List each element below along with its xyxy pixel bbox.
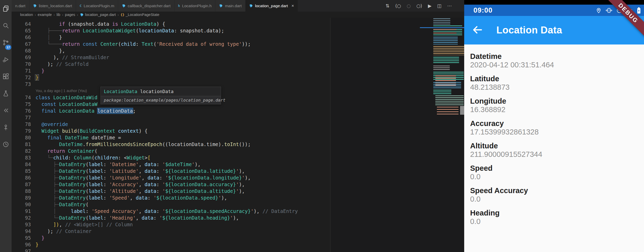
code-line-79[interactable]: 79 Widget build(BuildContext context) { <box>12 128 330 134</box>
code-line-78[interactable]: 78 @override <box>12 121 330 128</box>
search-icon[interactable] <box>0 17 12 34</box>
history-clock-icon[interactable] <box>0 136 12 153</box>
code-line-86[interactable]: 86 ├─DataEntry(label: 'Longitude', data:… <box>12 174 330 181</box>
line-text: } <box>36 235 44 241</box>
code-line-96[interactable]: 96} <box>12 241 330 248</box>
tab-LocationPlugin.h[interactable]: hLocationPlugin.h <box>174 0 215 12</box>
entry-value: 2020-04-12 00:31:51.464 <box>470 61 644 69</box>
line-text: ├────return LocationDataWidget(locationD… <box>36 28 224 33</box>
double-chevron-icon[interactable] <box>0 102 12 119</box>
scrollbar-handle[interactable] <box>460 106 464 115</box>
breadcrumb-item-location[interactable]: location <box>20 13 33 17</box>
more-actions-icon[interactable]: ⋯ <box>447 4 452 8</box>
code-line-88[interactable]: 88 ├─DataEntry(label: 'Altitude', data: … <box>12 188 330 194</box>
code-line-87[interactable]: 87 ├─DataEntry(label: 'Accuracy', data: … <box>12 181 330 188</box>
code-editor[interactable]: 64 if (snapshot.data is LocationData) {6… <box>12 18 464 252</box>
line-text: class LocationDataWid <box>36 95 97 100</box>
line-text: ]), // <Widget>[] // Column <box>36 222 133 227</box>
nav-back-icon[interactable]: ⟨○ <box>395 4 401 8</box>
blame-text: You, a day ago | 1 author (You) <box>36 89 87 93</box>
testing-flask-icon[interactable] <box>0 85 12 102</box>
code-line-71[interactable]: 71 } <box>12 67 330 74</box>
code-line-69[interactable]: 69 ), // StreamBuilder <box>12 54 330 61</box>
data-entry-Datetime: Datetime2020-04-12 00:31:51.464 <box>470 52 644 69</box>
code-line-76[interactable]: 76 final LocationData locationData; <box>12 107 330 114</box>
line-number: 87 <box>12 182 31 187</box>
code-line-91[interactable]: 91 │ label: 'Speed Accuracy', data: '${l… <box>12 208 330 214</box>
code-line-68[interactable]: 68 }, <box>12 47 330 54</box>
run-debug-icon[interactable]: ▶ <box>428 4 431 8</box>
minimap[interactable] <box>420 18 461 121</box>
line-text: final DateTime dateTime = <box>36 135 121 140</box>
line-text: ); // Container <box>36 228 91 234</box>
code-line-72[interactable]: 72} <box>12 74 330 81</box>
breadcrumb-separator: › <box>54 13 55 17</box>
code-line-90[interactable]: 90 ├─DataEntry( <box>12 201 330 208</box>
line-text: ├─DataEntry(label: 'Longitude', data: '$… <box>36 175 251 181</box>
code-line-83[interactable]: 83 └─child: Column(children: <Widget>[ <box>12 154 330 161</box>
source-control-icon[interactable]: 17 <box>0 34 12 51</box>
code-line-82[interactable]: 82 return Container( <box>12 148 330 154</box>
line-text: @override <box>36 121 68 127</box>
code-line-93[interactable]: 93 ]), // <Widget>[] // Column <box>12 221 330 228</box>
code-line-81[interactable]: 81 DateTime.fromMillisecondsSinceEpoch((… <box>12 141 330 148</box>
nav-forward-icon[interactable]: ○⟩ <box>416 4 422 8</box>
tab-label: n.dart <box>15 4 26 8</box>
entry-label: Datetime <box>470 52 644 61</box>
line-number: 72 <box>12 75 31 80</box>
breadcrumb-item-_LocationPageState[interactable]: {}_LocationPageState <box>121 13 159 17</box>
code-line-84[interactable]: 84 ├─DataEntry(label: 'Datetime', data: … <box>12 161 330 168</box>
tab-LocationPlugin.m[interactable]: CLocationPlugin.m <box>76 0 118 12</box>
code-line-80[interactable]: 80 final DateTime dateTime = <box>12 134 330 141</box>
tab-label: listen_location.dart <box>39 4 72 8</box>
breadcrumb-separator: › <box>62 13 63 17</box>
dart-file-icon <box>219 4 223 8</box>
code-line-94[interactable]: 94 ); // Container <box>12 228 330 235</box>
code-line-95[interactable]: 95 } <box>12 235 330 241</box>
entry-label: Longitude <box>470 97 644 105</box>
code-line-70[interactable]: 70 ); // Scaffold <box>12 61 330 67</box>
tab-n.dart[interactable]: n.dart <box>12 0 29 12</box>
line-text: │ } <box>36 34 62 40</box>
tab-listen_location.dart[interactable]: listen_location.dart <box>29 0 76 12</box>
back-arrow-icon[interactable] <box>472 24 483 36</box>
breadcrumb-item-pages[interactable]: pages <box>65 13 75 17</box>
code-line-89[interactable]: 89 ├─DataEntry(label: 'Speed', data: '${… <box>12 194 330 201</box>
tab-location_page.dart[interactable]: location_page.dart× <box>245 0 298 12</box>
split-editor-icon[interactable]: ◫ <box>437 4 442 8</box>
tab-callback_dispatcher.dart[interactable]: callback_dispatcher.dart <box>118 0 174 12</box>
breadcrumb-item-lib[interactable]: lib <box>56 13 60 17</box>
line-text: }, <box>36 48 65 53</box>
entry-value: 0.0 <box>470 217 644 226</box>
code-line-66[interactable]: 66 │ } <box>12 34 330 41</box>
line-number: 67 <box>12 41 31 47</box>
close-tab-icon[interactable]: × <box>292 3 294 8</box>
breadcrumb-item-example[interactable]: example <box>38 13 52 17</box>
nav-current-icon[interactable]: ○ <box>407 4 411 8</box>
line-number: 95 <box>12 235 31 241</box>
breadcrumb-item-location_page.dart[interactable]: location_page.dart <box>80 13 116 17</box>
entry-label: Latitude <box>470 75 644 83</box>
extensions-icon[interactable] <box>0 68 12 85</box>
file-type-icon: h <box>178 4 180 8</box>
battery-icon <box>637 7 641 14</box>
run-debug-icon[interactable] <box>0 51 12 68</box>
editor-actions: ⇅⟨○○○⟩▶◫⋯ <box>380 0 464 12</box>
code-line-64[interactable]: 64 if (snapshot.data is LocationData) { <box>12 21 330 27</box>
entry-value: 48.2138873 <box>470 83 644 92</box>
line-text: } <box>36 75 38 80</box>
code-line-67[interactable]: 67 └────return const Center(child: Text(… <box>12 41 330 47</box>
code-line-77[interactable]: 77 <box>12 114 330 121</box>
code-line-97[interactable]: 97 <box>12 248 330 252</box>
dart-file-icon <box>80 13 84 17</box>
editor-ruler <box>330 18 331 252</box>
entry-value: 17.15399932861328 <box>470 128 644 136</box>
explorer-icon[interactable] <box>0 0 12 17</box>
tab-main.dart[interactable]: main.dart <box>215 0 245 12</box>
code-line-85[interactable]: 85 ├─DataEntry(label: 'Latitude', data: … <box>12 168 330 174</box>
outline-tree-icon[interactable] <box>0 119 12 136</box>
code-line-65[interactable]: 65 ├────return LocationDataWidget(locati… <box>12 27 330 34</box>
line-number: 86 <box>12 175 31 181</box>
code-line-92[interactable]: 92 └─DataEntry(label: 'Heading', data: '… <box>12 214 330 221</box>
compare-changes-icon[interactable]: ⇅ <box>386 4 389 8</box>
